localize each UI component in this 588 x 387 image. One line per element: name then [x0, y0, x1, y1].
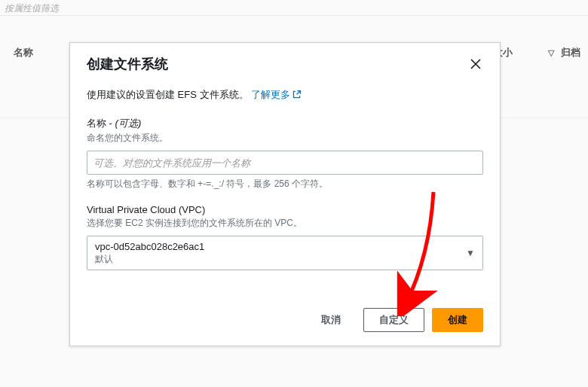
col-size-caret: ▽	[548, 48, 554, 58]
chevron-down-icon: ▼	[466, 248, 475, 258]
create-filesystem-modal: 创建文件系统 使用建议的设置创建 EFS 文件系统。 了解更多 名称 - (可选…	[69, 42, 501, 346]
name-input[interactable]	[87, 151, 483, 175]
intro-text: 使用建议的设置创建 EFS 文件系统。 了解更多	[87, 88, 483, 102]
col-name: 名称	[14, 46, 33, 59]
name-label: 名称 - (可选)	[87, 117, 483, 130]
vpc-selected-sub: 默认	[95, 254, 204, 266]
learn-more-link[interactable]: 了解更多	[251, 89, 302, 100]
modal-title: 创建文件系统	[87, 55, 168, 73]
vpc-label: Virtual Private Cloud (VPC)	[87, 204, 483, 215]
close-button[interactable]	[468, 56, 483, 72]
vpc-hint: 选择您要 EC2 实例连接到您的文件系统所在的 VPC。	[87, 217, 483, 230]
cancel-button[interactable]: 取消	[306, 308, 356, 332]
name-hint: 命名您的文件系统。	[87, 132, 483, 145]
name-help: 名称可以包含字母、数字和 +-=._:/ 符号，最多 256 个字符。	[87, 178, 483, 190]
external-link-icon	[292, 90, 302, 102]
customize-button[interactable]: 自定义	[363, 308, 424, 332]
vpc-field-group: Virtual Private Cloud (VPC) 选择您要 EC2 实例连…	[87, 204, 483, 270]
vpc-selected-value: vpc-0d52abc028c2e6ac1	[95, 241, 204, 254]
create-button[interactable]: 创建	[432, 308, 483, 332]
col-archive: 归档	[561, 46, 588, 59]
vpc-select[interactable]: vpc-0d52abc028c2e6ac1 默认 ▼	[87, 236, 483, 270]
name-field-group: 名称 - (可选) 命名您的文件系统。 名称可以包含字母、数字和 +-=._:/…	[87, 117, 483, 190]
close-icon	[470, 58, 482, 70]
